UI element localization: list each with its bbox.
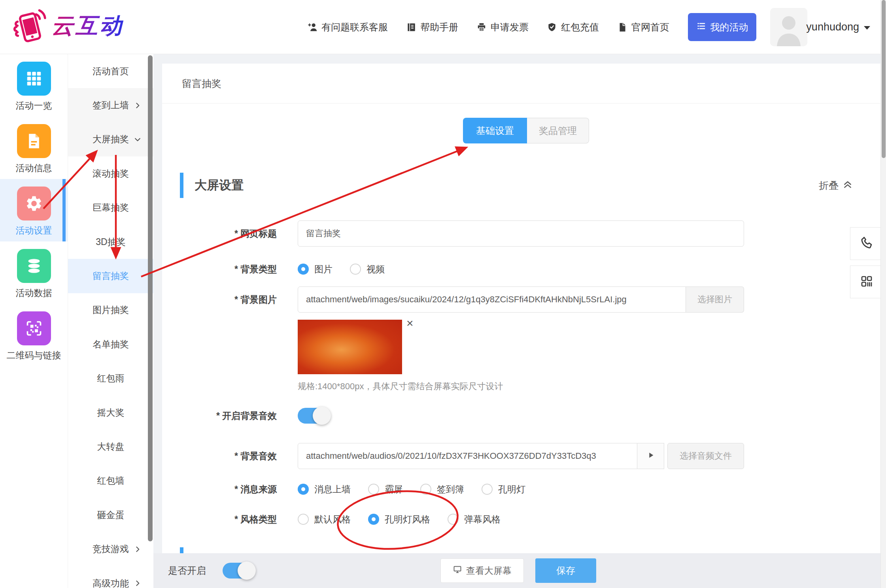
- bg-image-spec-row: 规格:1400*800px，具体尺寸需结合屏幕实际尺寸设计: [162, 380, 880, 393]
- collapse-button[interactable]: 折叠: [819, 173, 853, 198]
- section-accent-bar: [180, 173, 183, 198]
- menu-item[interactable]: 滚动抽奖: [68, 156, 153, 190]
- bg-audio-path-input[interactable]: [298, 443, 637, 469]
- radio-option[interactable]: 消息上墙: [298, 483, 351, 496]
- my-activities-button[interactable]: 我的活动: [688, 13, 756, 41]
- menu-item[interactable]: 摇大奖: [68, 396, 153, 430]
- chevron-right-icon: [134, 545, 142, 553]
- menu-item-label: 名单抽奖: [93, 338, 129, 351]
- brand-logo[interactable]: 云互动: [12, 7, 124, 45]
- menu-item[interactable]: 红包墙: [68, 464, 153, 498]
- radio-option[interactable]: 弹幕风格: [448, 513, 501, 526]
- contact-phone-button[interactable]: [850, 227, 883, 260]
- menu-item[interactable]: 3D抽奖: [68, 225, 153, 259]
- top-nav: 有问题联系客服帮助手册申请发票红包充值官网首页: [307, 0, 669, 54]
- msg-source-row: * 消息来源 消息上墙霸屏签到簿孔明灯: [162, 479, 880, 499]
- radio-option[interactable]: 默认风格: [298, 513, 351, 526]
- required-mark: *: [234, 294, 238, 305]
- page-scrollbar[interactable]: [880, 0, 886, 588]
- my-activities-label: 我的活动: [710, 21, 748, 34]
- menu-scrollbar[interactable]: [148, 55, 153, 541]
- radio-checked[interactable]: [298, 484, 309, 495]
- menu-item[interactable]: 竞技游戏: [68, 532, 153, 566]
- radio-unchecked[interactable]: [482, 484, 493, 495]
- bg-image-path-input[interactable]: [298, 286, 686, 313]
- bg-sound-label: * 开启背景音效: [162, 407, 277, 424]
- radio-unchecked[interactable]: [298, 514, 309, 525]
- menu-item[interactable]: 砸金蛋: [68, 498, 153, 532]
- bg-audio-label: * 背景音效: [162, 443, 277, 469]
- phone-hand-logo-icon: [12, 7, 48, 45]
- user-menu[interactable]: yunhudong: [806, 0, 870, 54]
- tab-active[interactable]: 基础设置: [463, 118, 527, 143]
- radio-unchecked[interactable]: [448, 514, 459, 525]
- remove-image-button[interactable]: ×: [406, 317, 414, 329]
- avatar[interactable]: [770, 8, 807, 46]
- menu-item[interactable]: 巨幕抽奖: [68, 191, 153, 225]
- menu-item-label: 摇大奖: [97, 407, 125, 419]
- enable-toggle[interactable]: [223, 563, 254, 579]
- bg-image-preview[interactable]: [298, 320, 402, 374]
- radio-unchecked[interactable]: [420, 484, 431, 495]
- radio-option-label: 消息上墙: [314, 483, 351, 496]
- tab-inactive[interactable]: 奖品管理: [527, 118, 589, 143]
- choose-audio-button[interactable]: 选择音频文件: [667, 443, 744, 469]
- view-big-screen-button[interactable]: 查看大屏幕: [440, 558, 524, 583]
- gear-icon: [17, 187, 51, 220]
- style-type-label: * 风格类型: [162, 509, 277, 529]
- app-window: 云互动 有问题联系客服帮助手册申请发票红包充值官网首页 我的活动 yunhudo…: [0, 0, 886, 588]
- brand-name: 云互动: [51, 11, 124, 41]
- sidebar-item-label: 活动设置: [0, 224, 68, 237]
- menu-item[interactable]: 大转盘: [68, 430, 153, 464]
- nav-item[interactable]: 申请发票: [476, 21, 529, 34]
- play-audio-button[interactable]: [637, 443, 664, 469]
- radio-option[interactable]: 签到簿: [420, 483, 464, 496]
- web-title-input[interactable]: [298, 220, 744, 247]
- top-header: 云互动 有问题联系客服帮助手册申请发票红包充值官网首页 我的活动 yunhudo…: [0, 0, 886, 54]
- sidebar-item[interactable]: 活动信息: [0, 117, 68, 179]
- menu-item-label: 留言抽奖: [93, 270, 129, 282]
- qrcode-icon: [17, 311, 51, 345]
- radio-checked[interactable]: [298, 264, 309, 275]
- menu-item[interactable]: 图片抽奖: [68, 293, 153, 327]
- menu-item[interactable]: 大屏抽奖: [68, 122, 153, 156]
- menu-item[interactable]: 红包雨: [68, 362, 153, 396]
- sidebar-item[interactable]: 活动数据: [0, 241, 68, 304]
- menu-item-label: 图片抽奖: [93, 304, 129, 316]
- radio-option-label: 签到簿: [437, 483, 464, 496]
- radio-option[interactable]: 视频: [350, 263, 385, 275]
- nav-item[interactable]: 帮助手册: [406, 21, 458, 34]
- bottom-action-bar: 是否开启 查看大屏幕 保存: [153, 553, 886, 588]
- nav-item[interactable]: 红包充值: [547, 21, 599, 34]
- radio-option-label: 默认风格: [314, 513, 351, 526]
- radio-option[interactable]: 图片: [298, 263, 332, 275]
- mini-nav-button[interactable]: [850, 266, 883, 298]
- sidebar-item[interactable]: 二维码与链接: [0, 304, 68, 366]
- radio-option[interactable]: 霸屏: [368, 483, 403, 496]
- secondary-menu: 活动首页签到上墙大屏抽奖滚动抽奖巨幕抽奖3D抽奖留言抽奖图片抽奖名单抽奖红包雨摇…: [68, 54, 153, 588]
- sidebar-item[interactable]: 活动设置: [0, 179, 68, 241]
- menu-item[interactable]: 留言抽奖: [68, 259, 153, 293]
- grid-icon: [17, 62, 51, 96]
- menu-item[interactable]: 高级功能: [68, 566, 153, 588]
- save-button[interactable]: 保存: [535, 558, 596, 583]
- page-scrollbar-thumb[interactable]: [882, 0, 886, 158]
- radio-option[interactable]: 孔明灯风格: [368, 513, 430, 526]
- sidebar-item-label: 活动一览: [0, 100, 68, 112]
- radio-unchecked[interactable]: [350, 264, 361, 275]
- nav-item[interactable]: 有问题联系客服: [307, 21, 388, 34]
- shield-check-icon: [547, 22, 557, 32]
- bg-image-label: * 背景图片: [162, 286, 277, 313]
- menu-item[interactable]: 名单抽奖: [68, 327, 153, 361]
- enable-label: 是否开启: [168, 553, 206, 588]
- sidebar-item[interactable]: 活动一览: [0, 54, 68, 117]
- choose-image-button[interactable]: 选择图片: [686, 286, 744, 313]
- nav-item[interactable]: 官网首页: [617, 21, 669, 34]
- nav-item-label: 申请发票: [491, 21, 529, 34]
- radio-unchecked[interactable]: [368, 484, 379, 495]
- menu-item[interactable]: 活动首页: [68, 54, 153, 88]
- radio-option[interactable]: 孔明灯: [482, 483, 525, 496]
- menu-item[interactable]: 签到上墙: [68, 88, 153, 122]
- radio-checked[interactable]: [368, 514, 379, 525]
- bg-sound-toggle[interactable]: [298, 408, 329, 424]
